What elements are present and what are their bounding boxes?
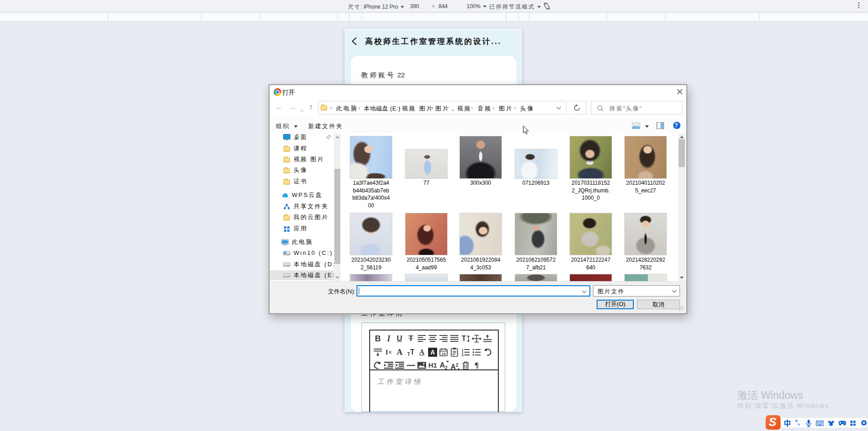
svg-text:19: 19 <box>442 352 446 356</box>
svg-text:T: T <box>462 335 466 342</box>
svg-text:3: 3 <box>462 354 463 357</box>
